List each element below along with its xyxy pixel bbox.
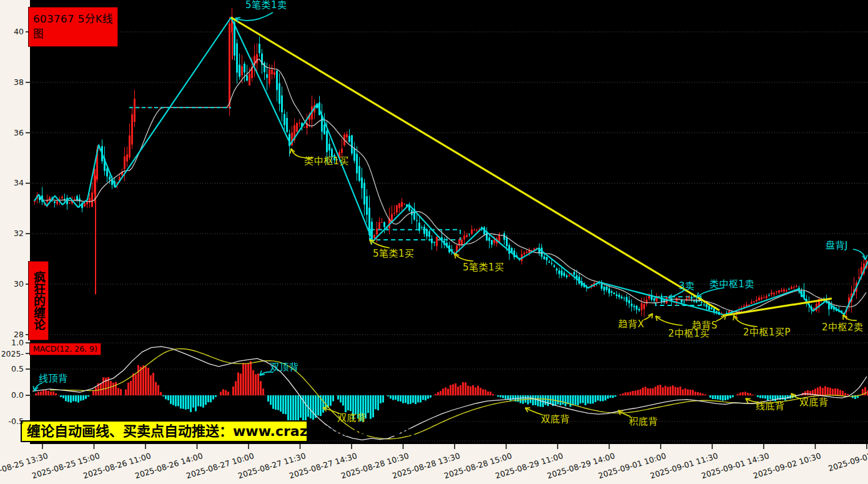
annotation-11: 盘背J bbox=[826, 238, 848, 251]
annotation-13: 双顶背 bbox=[270, 360, 299, 373]
price-axis-label: 38 bbox=[0, 77, 24, 87]
annotation-15: 双底背 bbox=[541, 412, 570, 425]
annotation-9: 2中枢1买P bbox=[743, 325, 791, 338]
price-axis-label: 36 bbox=[0, 128, 24, 137]
price-axis-label: 32 bbox=[0, 229, 24, 238]
annotation-16: 积底背 bbox=[629, 414, 658, 427]
annotation-12: 线顶背 bbox=[39, 371, 68, 384]
annotation-1: 类中枢1买 bbox=[304, 154, 349, 167]
macd-indicator-label: MACD(12, 26, 9) bbox=[29, 343, 101, 355]
chart-title-box: 603767 5分K线图 bbox=[28, 7, 118, 47]
year-axis-label: 2025- bbox=[0, 349, 24, 358]
chart-canvas[interactable] bbox=[0, 0, 868, 484]
annotation-0: 5笔类1卖 bbox=[245, 0, 287, 11]
macd-axis-label: -0.5 bbox=[0, 417, 24, 426]
annotation-5: 类中枢1卖 bbox=[709, 277, 754, 290]
price-axis-label: 34 bbox=[0, 178, 24, 187]
annotation-10: 2中枢2卖 bbox=[822, 320, 864, 333]
annotation-8: 趋背S bbox=[692, 318, 718, 331]
price-axis-label: 40 bbox=[0, 27, 24, 36]
annotation-14: 双底背 bbox=[337, 410, 367, 423]
macd-axis-label: 1.0 bbox=[0, 338, 24, 347]
chart-window: 603767 5分K线图 疯狂的缠论 MACD(12, 26, 9) 缠论自动画… bbox=[0, 0, 868, 484]
watermark-box: 疯狂的缠论 bbox=[28, 261, 49, 340]
macd-axis-label: 0.0 bbox=[0, 390, 24, 400]
annotation-6: 趋背X bbox=[618, 317, 644, 330]
annotation-4: 3卖 bbox=[679, 279, 695, 292]
macd-axis-label: 0.5 bbox=[0, 364, 24, 373]
annotation-3: 5笔类1买 bbox=[463, 260, 505, 273]
annotation-2: 5笔类1买 bbox=[373, 246, 415, 259]
annotation-18: 双底背 bbox=[799, 395, 829, 408]
annotation-17: 线底背 bbox=[756, 398, 785, 412]
price-axis-label: 30 bbox=[0, 279, 24, 289]
promo-banner-link[interactable]: 缠论自动画线、买卖点自动推送：www.crazychanlun.com bbox=[21, 420, 308, 442]
